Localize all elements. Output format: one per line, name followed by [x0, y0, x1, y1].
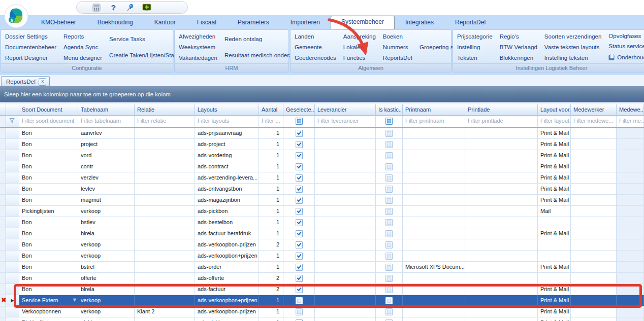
ribbon-item-prijscategorie[interactable]: Prijscategorie	[457, 33, 493, 40]
ribbon-tab-fiscaal[interactable]: Fiscaal	[186, 16, 227, 29]
ribbon-item-functies[interactable]: Functies	[343, 55, 376, 61]
ribbon-item-afwezigheden[interactable]: Afwezigheden	[179, 33, 217, 40]
filter-cell-aantal[interactable]: Filter ...	[259, 116, 283, 127]
checkbox-unchecked[interactable]	[296, 297, 303, 304]
group-by-panel[interactable]: Sleep hier een kolomkop naar toe om te g…	[0, 86, 644, 102]
ribbon-item-goederencodes[interactable]: Goederencodes	[295, 55, 336, 61]
ribbon-item-status-servicebonnen[interactable]: Status servicebonnen	[608, 43, 644, 49]
grid-row[interactable]: Bonbstrelads-order1Microsoft XPS Docum..…	[0, 262, 644, 273]
column-header-kasticket[interactable]: Is kastic...	[376, 104, 403, 116]
checkbox-unchecked[interactable]	[385, 130, 393, 137]
column-header-tabel[interactable]: Tabelnaam	[78, 104, 135, 116]
ribbon-item-vaste-teksten-layouts[interactable]: Vaste teksten layouts	[544, 44, 602, 50]
column-header-aantal[interactable]: Aantal	[259, 104, 283, 116]
filter-cell-printlade[interactable]: Filter printlade	[465, 116, 538, 127]
checkbox-checked[interactable]	[296, 141, 303, 148]
checkbox-checked[interactable]	[296, 208, 303, 215]
filter-cell-kasticket[interactable]	[376, 116, 403, 127]
column-header-printnaam[interactable]: Printnaam	[403, 104, 465, 116]
checkbox-checked[interactable]	[296, 186, 303, 193]
checkbox-unchecked[interactable]	[296, 118, 303, 125]
grid-row[interactable]: Bonvordads-vordering1Print & Mail	[0, 150, 644, 161]
ribbon-item-boeken[interactable]: Boeken	[383, 33, 412, 40]
checkbox-unchecked[interactable]	[385, 286, 393, 293]
ribbon-item-onderhoud-bestan[interactable]: Onderhoud bestan	[608, 54, 644, 61]
pin-icon[interactable]	[125, 3, 135, 12]
ribbon-tab-importeren[interactable]: Importeren	[280, 16, 331, 29]
checkbox-unchecked[interactable]	[385, 219, 393, 226]
filter-cell-relatie[interactable]: Filter relatie	[135, 116, 195, 127]
ribbon-tab-kmo-beheer[interactable]: KMO-beheer	[30, 16, 87, 29]
document-tab-reportsdef[interactable]: ReportsDef x	[1, 76, 50, 87]
grid-row[interactable]: Bonblrelaads-factuur2Print & Mail	[0, 284, 644, 295]
checkbox-unchecked[interactable]	[385, 308, 393, 315]
grid-row[interactable]: Bonofferteads-offerte2	[0, 273, 644, 284]
filter-cell-medewerker[interactable]: Filter medewe...	[571, 116, 617, 127]
checkbox-unchecked[interactable]	[385, 208, 393, 215]
checkbox-unchecked[interactable]	[385, 297, 393, 304]
ribbon-tab-parameters[interactable]: Parameters	[227, 16, 280, 29]
column-header-layouts[interactable]: Layouts	[195, 104, 259, 116]
column-header-geselecteerd[interactable]: Geselecte...	[283, 104, 315, 116]
grid-row-selected[interactable]: ✖▶Service Extern▼verkoopads-verkoopbon+p…	[0, 295, 644, 306]
checkbox-checked[interactable]	[296, 241, 303, 248]
filter-cell-leverancier[interactable]: Filter leverancier	[315, 116, 376, 127]
checkbox-checked[interactable]	[296, 152, 303, 159]
grid-row[interactable]: Pickinglijstenverkoopads-pickbon1Mail	[0, 206, 644, 217]
ribbon-item-soorten-verzendingen[interactable]: Soorten verzendingen	[544, 33, 602, 40]
checkbox-unchecked[interactable]	[296, 308, 303, 315]
checkbox-checked[interactable]	[296, 219, 303, 226]
ribbon-item-landen[interactable]: Landen	[295, 33, 336, 40]
checkbox-unchecked[interactable]	[385, 197, 393, 204]
filter-cell-geselecteerd[interactable]	[283, 116, 315, 127]
checkbox-checked[interactable]	[296, 286, 303, 293]
checkbox-checked[interactable]	[296, 163, 303, 170]
ribbon-item-blokkeringen[interactable]: Blokkeringen	[500, 55, 537, 61]
checkbox-checked[interactable]	[296, 253, 303, 260]
grid-row[interactable]: Bonbstlevads-bestelbon1	[0, 217, 644, 228]
ribbon-item-reports[interactable]: Reports	[63, 33, 102, 40]
ribbon-tab-boekhouding[interactable]: Boekhouding	[87, 16, 144, 29]
ribbon-item-btw-verlaagd[interactable]: BTW Verlaagd	[500, 44, 537, 50]
checkbox-unchecked[interactable]	[385, 275, 393, 282]
close-tab-icon[interactable]: x	[39, 78, 46, 86]
column-header-medewerker[interactable]: Medewerker	[571, 104, 617, 116]
filter-cell-printnaam[interactable]: Filter printnaam	[403, 116, 465, 127]
checkbox-checked[interactable]	[296, 197, 303, 204]
column-header-layoutvoor[interactable]: Layout voor...	[538, 104, 571, 116]
checkbox-checked[interactable]	[296, 230, 303, 237]
grid-row[interactable]: Bonverkoopads-verkoopbon-prijzen2	[0, 239, 644, 251]
filter-cell-layoutvoor[interactable]: Filter layout...	[538, 116, 571, 127]
checkbox-unchecked[interactable]	[385, 230, 393, 237]
checkbox-unchecked[interactable]	[385, 152, 393, 159]
checkbox-checked[interactable]	[296, 264, 303, 271]
ribbon-item-agenda-sync[interactable]: Agenda Sync	[63, 44, 102, 50]
ribbon-item-gemeente[interactable]: Gemeente	[295, 44, 336, 50]
checkbox-checked[interactable]	[296, 319, 303, 321]
column-header-leverancier[interactable]: Leverancier	[315, 104, 376, 116]
grid-row[interactable]: Bonblrelaads-factuur-herafdruk1Print & M…	[0, 228, 644, 239]
filter-cell-soort[interactable]: Filter soort document	[19, 116, 78, 127]
grid-row[interactable]: Bonaanvrlevads-prijsaanvraag1Print & Mai…	[0, 128, 644, 139]
checkbox-checked[interactable]	[296, 275, 303, 282]
ribbon-item-lokalen[interactable]: Lokalen	[343, 44, 376, 50]
checkbox-checked[interactable]	[296, 130, 303, 137]
grid-row[interactable]: Bonlevlevads-ontvangstbon1Print & Mail	[0, 184, 644, 195]
dropdown-arrow-icon[interactable]: ▼	[73, 298, 76, 302]
ribbon-item-menu-designer[interactable]: Menu designer	[63, 55, 102, 61]
monitor-add-icon[interactable]	[142, 3, 151, 12]
ribbon-item-teksten[interactable]: Teksten	[457, 55, 493, 61]
checkbox-unchecked[interactable]	[385, 253, 393, 260]
column-header-soort[interactable]: Soort Document	[19, 104, 78, 116]
grid-row[interactable]: Bonverzlevads-verzending-levera...1Print…	[0, 172, 644, 184]
filter-cell-medewerker2[interactable]: Filter me...	[617, 116, 644, 127]
ribbon-item-report-designer[interactable]: Report Designer	[5, 55, 56, 61]
checkbox-unchecked[interactable]	[385, 163, 393, 170]
ribbon-tab-reportsdef[interactable]: ReportsDef	[444, 16, 497, 29]
grid-row[interactable]: Bonmagmutads-magazijnbon1Print & Mail	[0, 195, 644, 206]
filter-cell-layouts[interactable]: Filter layouts	[195, 116, 259, 127]
help-icon[interactable]: ?	[109, 3, 118, 12]
filter-cell-tabel[interactable]: Filter tabelnaam	[78, 116, 135, 127]
ribbon-item-instelling-teksten[interactable]: Instelling teksten	[544, 55, 602, 61]
ribbon-item-regio-s[interactable]: Regio's	[500, 33, 537, 40]
